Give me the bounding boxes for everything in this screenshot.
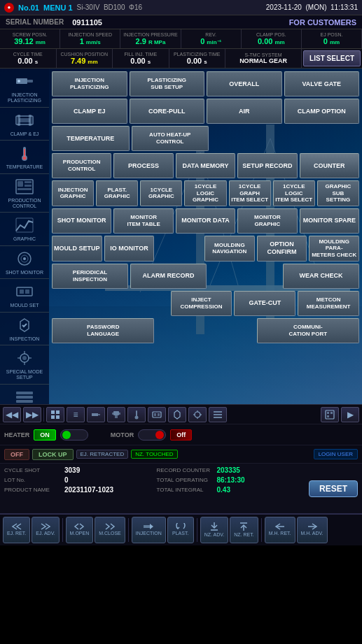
monitor-spare-btn[interactable]: MONITOR SPARE [300,208,359,234]
temperature-mode-btn[interactable] [127,407,146,422]
sidebar-item-shot-monitor[interactable]: SHOT MONITOR [0,246,49,279]
rev-cell: REV. 0 min⁻¹ [181,29,242,48]
screw-posn-cell: SCREW POSN. 39.12 mm [0,29,60,48]
communication-port-btn[interactable]: COMMUNI-CATION PORT [257,318,359,343]
product-name-value: 20231107-1023 [64,486,113,494]
sidebar-item-injection-plasticizing[interactable]: INJECTIONPLASTICIZING [0,69,49,108]
status-row-1: SCREW POSN. 39.12 mm INJECTION SPEED 1 m… [0,29,362,49]
gate-cut-btn[interactable]: GATE-CUT [234,291,295,316]
injection-mode-btn[interactable] [87,407,105,422]
sidebar-item-graphic[interactable]: GRAPHIC [0,213,49,245]
auto-heat-up-btn[interactable]: AUTO HEAT-UPCONTROL [132,126,209,151]
display-toggle-btn[interactable] [321,407,339,422]
m-open-btn[interactable]: M.OPEN [66,517,94,543]
arrow-right-btn[interactable]: ▶ [341,407,359,422]
process-btn[interactable]: PROCESS [113,153,173,178]
1cycle-logic-graphic-btn[interactable]: 1CYCLE LOGICGRAPHIC [184,180,226,206]
1cycle-logic-item-select-btn[interactable]: 1CYCLE LOGICITEM SELECT [273,180,315,206]
plast-graphic-btn[interactable]: PLAST.GRAPHIC [96,180,138,206]
lockup-badge-btn[interactable]: LOCK UP [32,449,74,460]
list-view-btn[interactable]: ≡ [67,407,85,422]
nz-ret-btn[interactable]: NZ. RET. [230,517,258,543]
injection-graphic-btn[interactable]: INJECTIONGRAPHIC [52,180,94,206]
m-close-btn[interactable]: M.CLOSE [95,517,125,543]
bottom-toolbar: ◀◀ ▶▶ ≡ ▶ [0,404,362,424]
motor-slider[interactable] [138,429,166,441]
svg-rect-36 [16,400,33,403]
svg-rect-42 [98,414,100,415]
password-language-btn[interactable]: PASSWORDLANGUAGE [52,318,154,343]
1cycle-graphic-btn[interactable]: 1CYCLEGRAPHIC [140,180,182,206]
ej-ret-btn[interactable]: EJ. RET. [3,517,30,543]
svg-rect-60 [144,525,151,528]
mould-mode-btn[interactable] [148,407,166,422]
io-monitor-btn[interactable]: IO MONITOR [104,236,155,262]
sidebar-item-system-setting[interactable]: SYSTEM SETTING [0,385,49,404]
reset-button[interactable]: RESET [309,480,358,497]
sidebar-item-clamp-ej[interactable]: CLAMP & EJ [0,108,49,141]
1cycle-graph-item-select-btn[interactable]: 1CYCLE GRAPHITEM SELECT [229,180,271,206]
motor-off-toggle[interactable]: Off [170,429,192,441]
rewind-btn[interactable]: ◀◀ [3,407,21,422]
heater-on-toggle[interactable]: ON [34,429,56,441]
valve-gate-btn[interactable]: VALVE GATE [284,71,360,96]
option-confirm-btn[interactable]: OPTION CONFIRM [257,236,307,262]
m-h-adv-btn[interactable]: M.H. ADV. [297,517,328,543]
system-mode-btn[interactable] [209,407,227,422]
sidebar-item-production-control[interactable]: PRODUCTIONCONTROL [0,174,49,213]
status-indicator: ● [4,3,14,13]
moulding-params-btn[interactable]: MOULDING PARA-METERS CHECK [309,236,359,262]
special-mode-icon [13,348,36,368]
heater-slider[interactable] [60,429,88,441]
sidebar-item-special-mode[interactable]: SPECIAL MODESETUP [0,345,49,385]
wear-check-btn[interactable]: WEAR CHECK [283,264,359,289]
right-data-col: RECORD COUNTER 203335 TOTAL OPERATING 86… [157,466,304,510]
monitor-graphic-btn[interactable]: MONITORGRAPHIC [237,208,297,234]
robot-btn[interactable] [107,407,125,422]
sidebar-item-temperature[interactable]: TEMPERATURE [0,141,49,173]
cycle-shot-item: CYCLE SHOT 3039 [4,466,151,474]
production-control-btn[interactable]: PRODUCTIONCONTROL [52,153,111,178]
alarm-record-btn[interactable]: ALARM RECORD [130,264,207,289]
air-btn[interactable]: AIR [207,99,282,124]
clamp-option-btn[interactable]: CLAMP OPTION [284,99,360,124]
core-pull-btn[interactable]: CORE-PULL [130,99,205,124]
inject-compression-btn[interactable]: INJECTCOMPRESSION [171,291,232,316]
sidebar-label-production: PRODUCTIONCONTROL [8,198,41,210]
shot-monitor-btn[interactable]: SHOT MONITOR [52,208,111,234]
data-memory-btn[interactable]: DATA MEMORY [176,153,235,178]
overall-btn[interactable]: OVERALL [207,71,282,96]
svg-rect-25 [16,218,33,232]
special-mode-btn2[interactable] [188,407,207,422]
monitor-item-table-btn[interactable]: MONITORITEM TABLE [113,208,173,234]
periodical-inspection-btn[interactable]: PERIODICALINSPECTION [52,264,128,289]
setup-record-btn[interactable]: SETUP RECORD [237,153,297,178]
monitor-data-btn[interactable]: MONITOR DATA [176,208,235,234]
temperature-btn[interactable]: TEMPERATURE [52,126,130,151]
plasticizing-sub-setup-btn[interactable]: PLASTICIZINGSUB SETUP [130,71,205,96]
graphic-sub-setting-btn[interactable]: GRAPHIC SUBSETTING [317,180,359,206]
graphic-icon [13,215,36,235]
grid-view-btn[interactable] [46,407,64,422]
counter-btn[interactable]: COUNTER [300,153,359,178]
ej-retracted-badge: EJ. RETRACTED [76,450,129,459]
plast-btn[interactable]: PLAST. [167,517,194,543]
svg-point-28 [23,257,26,260]
injection-plasticizing-btn[interactable]: INJECTIONPLASTICIZING [52,71,127,96]
sidebar-item-mould-set[interactable]: MOULD SET [0,279,49,312]
nz-adv-btn[interactable]: NZ. ADV. [200,517,229,543]
ej-adv-btn[interactable]: EJ. ADV. [32,517,59,543]
svg-rect-37 [51,410,55,414]
record-counter-value: 203335 [217,466,240,474]
injection-nav-btn[interactable]: INJECTION [132,517,166,543]
clamp-ej-btn[interactable]: CLAMP EJ [52,99,127,124]
m-h-ret-btn[interactable]: M.H. RET. [265,517,295,543]
metcon-measurement-btn[interactable]: metconMEASUREMENT [298,291,359,316]
mould-setup-btn[interactable]: MOULD SETUP [52,236,102,262]
moulding-navigation-btn[interactable]: MOULDINGNAVIGATION [204,236,255,262]
sidebar-item-inspection[interactable]: INSPECTION [0,313,49,345]
inspection-mode-btn[interactable] [168,407,186,422]
off-badge-btn[interactable]: OFF [4,449,29,460]
list-select-button[interactable]: LIST SELECT [303,50,361,66]
forward-btn[interactable]: ▶▶ [23,407,41,422]
